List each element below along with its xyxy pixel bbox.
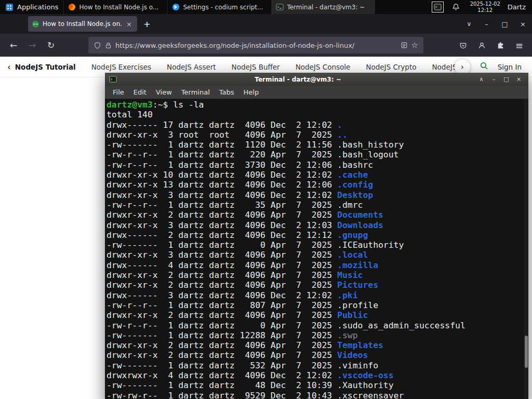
terminal-line: drwxr-xr-x 2 dartz dartz 4096 Apr 7 2025… [107, 280, 522, 290]
terminal-scrollbar[interactable] [524, 99, 528, 399]
sign-in-button[interactable]: Sign In [498, 63, 522, 71]
terminal-menu-edit[interactable]: Edit [129, 88, 151, 96]
notifications-button[interactable] [447, 0, 465, 14]
terminal-line: drwxr-xr-x 2 dartz dartz 4096 Apr 7 2025… [107, 210, 522, 220]
bell-icon [452, 3, 460, 11]
taskbar-item-terminal[interactable]: Terminal - dartz@vm3: ~ [271, 0, 375, 14]
pocket-button[interactable] [456, 38, 471, 53]
browser-tab[interactable]: How to Install Node.js on... × [28, 16, 137, 32]
terminal-line: -rw------- 1 dartz dartz 48 Dec 2 10:39 … [107, 380, 522, 390]
tab-close-icon[interactable]: × [125, 20, 134, 28]
terminal-line: drwx------ 17 dartz dartz 4096 Dec 2 12:… [107, 120, 522, 130]
terminal-line: -rw-r--r-- 1 dartz dartz 807 Apr 7 2025 … [107, 300, 522, 310]
terminal-line: -rw------- 1 dartz dartz 1120 Dec 2 11:5… [107, 140, 522, 150]
site-favicon [32, 20, 39, 28]
terminal-line: drwx------ 4 dartz dartz 4096 Apr 7 2025… [107, 260, 522, 270]
terminal-window: Terminal - dartz@vm3: ~ ∧ – □ × FileEdit… [105, 73, 528, 399]
terminal-line: -rw-r--r-- 1 dartz dartz 3730 Dec 2 12:0… [107, 160, 522, 170]
tab-title: How to Install Node.js on... [43, 20, 122, 28]
applications-label: Applications [17, 3, 58, 11]
site-nav-item[interactable]: NodeJS Exercises [91, 63, 151, 71]
nav-scroll-right-button[interactable]: › [455, 59, 470, 75]
taskbar-item-label: How to Install Node.js o... [79, 4, 158, 11]
reload-button[interactable]: ↻ [43, 37, 59, 54]
clock[interactable]: 2025-12-02 12:12 [465, 0, 506, 14]
terminal-menu-view[interactable]: View [151, 88, 177, 96]
clock-time: 12:12 [477, 7, 493, 14]
terminal-menu-tabs[interactable]: Tabs [215, 88, 239, 96]
forward-button[interactable]: → [24, 37, 41, 54]
terminal-line: drwxr-xr-x 3 dartz dartz 4096 Dec 2 12:0… [107, 190, 522, 200]
site-nav-item[interactable]: NodeJS Tutorial [15, 63, 76, 71]
search-icon [480, 61, 488, 70]
terminal-line: drwxr-xr-x 10 dartz dartz 4096 Dec 2 12:… [107, 170, 522, 180]
terminal-titlebar[interactable]: Terminal - dartz@vm3: ~ ∧ – □ × [105, 73, 528, 86]
terminal-window-title: Terminal - dartz@vm3: ~ [120, 76, 476, 83]
desktop: Applications How to Install Node.js o...… [0, 0, 532, 399]
lock-icon[interactable] [105, 42, 112, 49]
terminal-menu-terminal[interactable]: Terminal [177, 88, 215, 96]
terminal-line: -rw------- 1 dartz dartz 12288 Apr 7 202… [107, 330, 522, 340]
terminal-line: drwxrwxr-x 4 dartz dartz 4096 Dec 2 12:0… [107, 370, 522, 380]
taskbar-item-browser[interactable]: How to Install Node.js o... [63, 0, 167, 14]
reader-mode-icon[interactable] [401, 42, 408, 49]
tray-terminal-icon[interactable] [432, 2, 444, 12]
tracking-shield-icon[interactable] [94, 42, 101, 49]
site-nav-item[interactable]: NodeJS Buffer [232, 63, 280, 71]
terminal-line: drwx------ 3 dartz dartz 4096 Dec 2 12:0… [107, 290, 522, 300]
terminal-line: -rw------- 1 dartz dartz 0 Apr 7 2025 .I… [107, 240, 522, 250]
account-button[interactable] [474, 38, 489, 53]
url-text: https://www.geeksforgeeks.org/node-js/in… [115, 42, 397, 49]
terminal-close-button[interactable]: × [513, 76, 524, 83]
nav-scroll-left-icon[interactable]: ‹ [0, 62, 15, 72]
terminal-line: -rw------- 1 dartz dartz 532 Apr 7 2025 … [107, 361, 522, 370]
user-label: Dartz [506, 0, 532, 14]
terminal-line: dartz@vm3:~$ ls -la [107, 100, 522, 110]
terminal-minimize-button[interactable]: – [488, 76, 499, 83]
terminal-menu-file[interactable]: File [108, 88, 129, 96]
terminal-maximize-button[interactable]: □ [501, 76, 512, 83]
taskbar-item-codium[interactable]: Settings - codium script... [167, 0, 271, 14]
site-nav-item[interactable]: NodeJS Assert [167, 63, 216, 71]
terminal-icon [434, 3, 442, 11]
terminal-line: drwx------ 2 dartz dartz 4096 Dec 2 12:1… [107, 230, 522, 240]
terminal-output[interactable]: dartz@vm3:~$ ls -latotal 140drwx------ 1… [105, 99, 528, 399]
terminal-menu-help[interactable]: Help [239, 88, 264, 96]
codium-icon [172, 3, 180, 11]
site-nav-item[interactable]: NodeJS Console [296, 63, 351, 71]
site-nav-actions: › Sign In [463, 59, 532, 75]
terminal-icon [109, 75, 117, 83]
terminal-line: drwxr-xr-x 3 dartz dartz 4096 Dec 2 12:0… [107, 220, 522, 230]
site-search-button[interactable] [480, 61, 488, 72]
site-nav-item[interactable]: NodeJS Crypto [366, 63, 416, 71]
terminal-line: drwxr-xr-x 2 dartz dartz 4096 Apr 7 2025… [107, 340, 522, 350]
browser-close-button[interactable]: × [514, 14, 532, 34]
new-tab-button[interactable]: + [140, 17, 154, 31]
terminal-line: -rw-r--r-- 1 dartz dartz 35 Apr 7 2025 .… [107, 200, 522, 210]
terminal-line: drwxr-xr-x 2 dartz dartz 4096 Apr 7 2025… [107, 350, 522, 360]
applications-menu[interactable]: Applications [0, 0, 63, 14]
terminal-scrollbar-thumb[interactable] [525, 336, 528, 368]
browser-maximize-button[interactable]: □ [496, 14, 514, 34]
clock-date: 2025-12-02 [470, 1, 500, 7]
account-icon [478, 42, 486, 49]
extensions-button[interactable] [493, 38, 508, 53]
url-bar[interactable]: https://www.geeksforgeeks.org/node-js/in… [88, 37, 423, 54]
terminal-window-controls: ∧ – □ × [476, 76, 524, 83]
terminal-line: drwxr-xr-x 3 dartz dartz 4096 Apr 7 2025… [107, 250, 522, 260]
back-button[interactable]: ← [5, 37, 22, 54]
window-controls: ∨ – □ × [461, 14, 532, 34]
terminal-line: drwxr-xr-x 2 dartz dartz 4096 Apr 7 2025… [107, 310, 522, 320]
taskbar-item-label: Settings - codium script... [183, 4, 263, 11]
terminal-shade-button[interactable]: ∧ [476, 76, 487, 83]
firefox-icon [68, 3, 76, 11]
browser-toolbar: ← → ↻ https://www.geeksforgeeks.org/node… [0, 34, 532, 57]
list-all-tabs-button[interactable]: ∨ [461, 20, 477, 28]
menu-button[interactable]: ≡ [512, 38, 527, 53]
terminal-line: -rw-rw-r-- 1 dartz dartz 9529 Dec 2 10:4… [107, 391, 522, 399]
applications-icon [5, 3, 14, 11]
bookmark-star-icon[interactable]: ☆ [411, 41, 418, 50]
browser-tab-bar: How to Install Node.js on... × + ∨ – □ × [0, 14, 532, 34]
pocket-icon [459, 42, 467, 49]
browser-minimize-button[interactable]: – [477, 14, 496, 34]
